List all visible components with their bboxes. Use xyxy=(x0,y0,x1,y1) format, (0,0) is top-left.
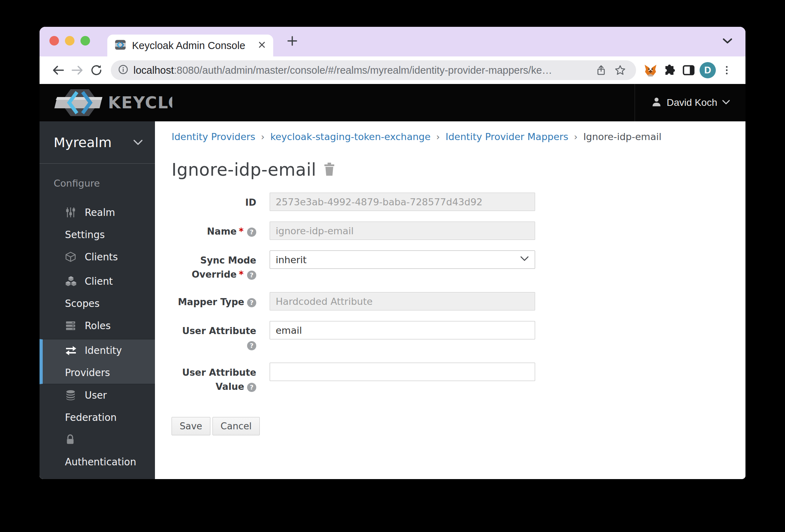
id-label: ID xyxy=(172,193,256,211)
bookmark-star-icon[interactable] xyxy=(611,61,630,80)
window-controls xyxy=(49,36,90,46)
cancel-button[interactable]: Cancel xyxy=(212,417,260,435)
app-header: KEYCLOAK David Koch xyxy=(40,84,745,121)
browser-tab[interactable]: Keycloak Admin Console xyxy=(107,35,273,56)
form-row-user-attribute-value: User Attribute Value? xyxy=(172,363,745,394)
name-label: Name*? xyxy=(172,222,256,240)
mapper-type-input xyxy=(270,292,535,310)
mapper-type-help-icon[interactable]: ? xyxy=(247,298,256,307)
sidebar-item-realm-settings[interactable]: Realm Settings xyxy=(40,201,155,246)
realm-name: Myrealm xyxy=(54,135,112,150)
svg-text:KEYCLOAK: KEYCLOAK xyxy=(108,93,172,112)
browser-window: Keycloak Admin Console localhost:8080/au… xyxy=(40,27,745,479)
delete-trash-icon[interactable] xyxy=(323,162,335,178)
close-window-button[interactable] xyxy=(49,36,59,46)
breadcrumb: Identity Providers › keycloak-staging-to… xyxy=(172,131,745,142)
breadcrumb-identity-provider-mappers[interactable]: Identity Provider Mappers xyxy=(445,131,568,142)
browser-menu-icon[interactable] xyxy=(717,61,736,80)
user-name: David Koch xyxy=(667,97,717,108)
sync-mode-select[interactable]: inherit xyxy=(270,250,535,269)
name-input xyxy=(270,222,535,240)
back-icon[interactable] xyxy=(49,61,68,80)
mapper-form: ID Name*? Sync Mode Override*? inherit M… xyxy=(172,193,745,435)
maximize-window-button[interactable] xyxy=(80,36,90,46)
sidebar-item-identity-providers[interactable]: Identity Providers xyxy=(40,339,155,384)
name-help-icon[interactable]: ? xyxy=(247,228,256,237)
form-row-mapper-type: Mapper Type? xyxy=(172,292,745,310)
keycloak-favicon-icon xyxy=(114,39,126,52)
side-panel-icon[interactable] xyxy=(679,61,698,80)
user-attribute-value-help-icon[interactable]: ? xyxy=(247,383,256,392)
exchange-arrows-icon xyxy=(65,343,78,363)
user-attribute-value-input[interactable] xyxy=(270,363,535,381)
tab-search-chevron-icon[interactable] xyxy=(721,37,733,46)
required-marker: * xyxy=(239,226,244,237)
save-button[interactable]: Save xyxy=(172,417,210,435)
cube-icon xyxy=(65,249,78,269)
server-stack-icon xyxy=(65,318,78,338)
mapper-type-label: Mapper Type? xyxy=(172,292,256,310)
desktop: { "browser": { "tab": { "title": "Keyclo… xyxy=(0,0,785,532)
realm-chevron-icon xyxy=(133,140,143,145)
breadcrumb-separator: › xyxy=(574,132,577,142)
sidebar-item-roles[interactable]: Roles xyxy=(40,315,155,339)
breadcrumb-separator: › xyxy=(261,132,264,142)
breadcrumb-current: Ignore-idp-email xyxy=(583,131,661,142)
sidebar-nav: Configure Realm Settings Clients Client … xyxy=(40,164,155,479)
user-attribute-input[interactable] xyxy=(270,321,535,339)
user-attribute-value-label: User Attribute Value? xyxy=(172,363,256,394)
breadcrumb-identity-providers[interactable]: Identity Providers xyxy=(172,131,255,142)
share-icon[interactable] xyxy=(592,61,611,80)
sidebar-item-authentication[interactable]: Authentication xyxy=(40,429,155,473)
form-row-user-attribute: User Attribute? xyxy=(172,321,745,352)
browser-toolbar: localhost:8080/auth/admin/master/console… xyxy=(40,56,745,84)
user-menu-chevron-icon xyxy=(722,99,730,106)
site-info-icon[interactable] xyxy=(118,64,128,76)
reload-icon[interactable] xyxy=(87,61,106,80)
sync-mode-help-icon[interactable]: ? xyxy=(247,271,256,280)
form-row-sync-mode-override: Sync Mode Override*? inherit xyxy=(172,250,745,282)
new-tab-button[interactable] xyxy=(282,31,302,51)
form-row-id: ID xyxy=(172,193,745,211)
breadcrumb-separator: › xyxy=(436,132,440,142)
main-content: Identity Providers › keycloak-staging-to… xyxy=(155,121,745,479)
nav-section-configure: Configure xyxy=(54,178,155,189)
sidebar-item-user-federation[interactable]: User Federation xyxy=(40,384,155,429)
sync-mode-override-label: Sync Mode Override*? xyxy=(172,250,256,282)
user-attribute-help-icon[interactable]: ? xyxy=(247,341,256,350)
extensions-puzzle-icon[interactable] xyxy=(660,61,679,80)
keycloak-logo: KEYCLOAK xyxy=(52,86,172,119)
realm-selector[interactable]: Myrealm xyxy=(40,121,155,164)
forward-icon[interactable] xyxy=(68,61,87,80)
page-title: Ignore-idp-email xyxy=(172,160,316,180)
cubes-icon xyxy=(65,273,78,294)
sidebar-item-clients[interactable]: Clients xyxy=(40,246,155,270)
id-input xyxy=(270,193,535,211)
user-attribute-label: User Attribute? xyxy=(172,321,256,352)
address-bar[interactable]: localhost:8080/auth/admin/master/console… xyxy=(111,60,636,80)
tab-strip: Keycloak Admin Console xyxy=(40,27,745,56)
user-menu[interactable]: David Koch xyxy=(635,84,745,121)
lock-icon xyxy=(65,432,78,452)
metamask-extension-icon[interactable] xyxy=(641,61,660,80)
sliders-icon xyxy=(65,205,78,225)
user-icon xyxy=(651,96,662,109)
form-actions: Save Cancel xyxy=(172,417,745,435)
form-row-name: Name*? xyxy=(172,222,745,240)
tab-title: Keycloak Admin Console xyxy=(132,40,258,52)
database-icon xyxy=(65,387,78,407)
sidebar-item-client-scopes[interactable]: Client Scopes xyxy=(40,270,155,315)
required-marker: * xyxy=(239,269,244,280)
sidebar: Myrealm Configure Realm Settings Clients… xyxy=(40,121,155,479)
tab-close-icon[interactable] xyxy=(258,41,266,50)
url-text[interactable]: localhost:8080/auth/admin/master/console… xyxy=(133,65,592,76)
breadcrumb-provider-alias[interactable]: keycloak-staging-token-exchange xyxy=(270,131,431,142)
minimize-window-button[interactable] xyxy=(65,36,74,46)
profile-avatar[interactable]: D xyxy=(698,61,717,80)
page-title-row: Ignore-idp-email xyxy=(172,160,745,180)
